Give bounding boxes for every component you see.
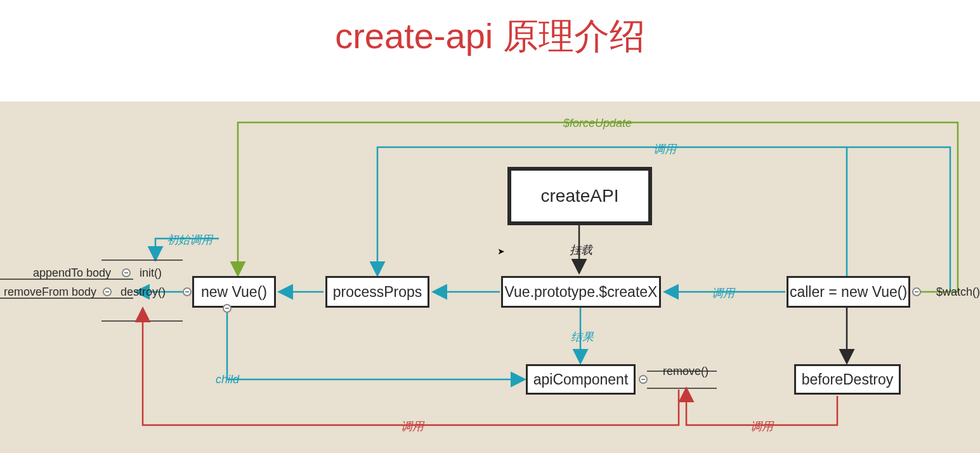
- diagram-canvas: createAPI new Vue() processProps Vue.pro…: [0, 102, 980, 453]
- label-result: 结果: [571, 329, 594, 345]
- label-init: init(): [140, 266, 162, 280]
- label-remove-from-body: removeFrom body: [4, 286, 96, 299]
- port-icon: [122, 268, 131, 277]
- label-call-bottom-1: 调用: [401, 419, 424, 434]
- label-call-bottom-2: 调用: [750, 419, 773, 434]
- port-icon: [223, 304, 232, 313]
- node-createapi: createAPI: [507, 167, 652, 225]
- label-append-to-body: appendTo body: [33, 266, 111, 280]
- node-new-vue: new Vue(): [192, 276, 276, 308]
- node-before-destroy: beforeDestroy: [794, 364, 901, 395]
- page-title: create-api 原理介绍: [0, 0, 980, 61]
- label-destroy: destroy(): [121, 286, 166, 299]
- label-initial-call: 初始调用: [167, 232, 212, 247]
- label-call-top: 调用: [653, 141, 676, 157]
- node-api-component: apiComponent: [526, 364, 636, 395]
- label-child: child: [216, 373, 239, 386]
- node-caller-new-vue: caller = new Vue(): [787, 276, 910, 308]
- node-process-props: processProps: [325, 276, 429, 308]
- port-icon: [639, 375, 648, 384]
- port-icon: [183, 287, 192, 296]
- label-force-update: $forceUpdate: [563, 117, 632, 130]
- label-remove: remove(): [663, 365, 709, 378]
- mouse-cursor-icon: ➤: [497, 246, 505, 256]
- port-icon: [912, 287, 921, 296]
- label-mount: 挂载: [570, 242, 592, 258]
- node-prototype-createx: Vue.prototype.$createX: [501, 276, 661, 308]
- label-call-mid: 调用: [712, 286, 735, 301]
- label-watch: $watch(): [936, 286, 980, 299]
- port-icon: [103, 287, 112, 296]
